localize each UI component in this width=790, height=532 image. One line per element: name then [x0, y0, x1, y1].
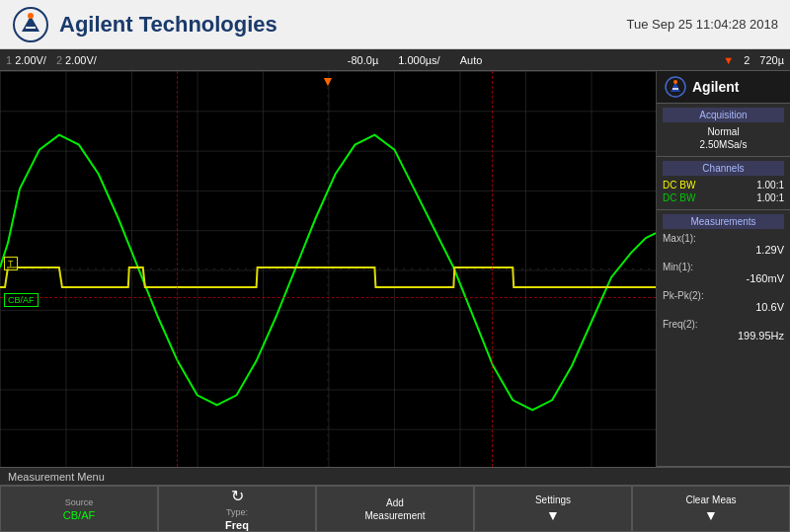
channel1-indicator: 1 2.00V/ — [6, 54, 46, 66]
meas-1-label: Min(1): — [663, 262, 784, 272]
settings-button[interactable]: Settings ▼ — [474, 487, 632, 532]
timebase-offset: -80.0µ — [348, 54, 378, 66]
channel1-row: DC BW 1.00:1 — [663, 180, 784, 190]
header: Agilent Technologies Tue Sep 25 11:04:28… — [0, 0, 790, 49]
app-title: Agilent Technologies — [59, 12, 627, 38]
trigger-position-marker: ▼ — [321, 73, 335, 89]
source-label: Source — [65, 497, 94, 507]
ch1-bw-label: DC BW — [663, 180, 695, 190]
agilent-logo-icon — [12, 6, 49, 43]
right-panel: Agilent Acquisition Normal 2.50MSa/s Cha… — [657, 71, 790, 467]
ch2-bw-label: DC BW — [663, 192, 695, 203]
ch1-voltage: 2.00V/ — [15, 54, 46, 66]
meas-2-label: Pk-Pk(2): — [663, 290, 784, 301]
acquisition-rate-value: 2.50MSa/s — [663, 139, 784, 150]
status-right: ▼ 2 720µ — [723, 54, 784, 66]
clear-measurements-button[interactable]: Clear Meas ▼ — [632, 487, 790, 532]
acquisition-section: Acquisition Normal 2.50MSa/s — [657, 104, 790, 157]
meas-3-value: 199.95Hz — [663, 330, 784, 342]
settings-label: Settings — [535, 494, 571, 505]
measurements-section-title: Measurements — [663, 214, 784, 229]
svg-point-8 — [673, 80, 677, 84]
measurement-menu-label: Measurement Menu — [0, 467, 790, 485]
ch-right: 2 — [744, 54, 750, 66]
measurements-section: Measurements Max(1): 1.29V Min(1): -160m… — [657, 210, 790, 467]
clear-arrow-icon: ▼ — [704, 507, 718, 523]
meas-row-1: Min(1): -160mV — [663, 262, 784, 284]
cursor-vertical-2 — [492, 71, 493, 467]
svg-point-1 — [28, 13, 34, 19]
channel1-scope-label: T — [4, 257, 18, 270]
channel2-row: DC BW 1.00:1 — [663, 192, 784, 203]
brand-name: Agilent — [692, 79, 739, 95]
meas-1-value: -160mV — [663, 272, 784, 284]
trigger-arrow-icon: ▼ — [723, 54, 734, 66]
channels-section-title: Channels — [663, 161, 784, 176]
timebase-scale: 1.000µs/ — [398, 54, 439, 66]
ch2-number: 2 — [56, 54, 62, 66]
datetime-display: Tue Sep 25 11:04:28 2018 — [627, 17, 778, 32]
ch1-number: 1 — [6, 54, 12, 66]
clear-label: Clear Meas — [685, 494, 736, 505]
settings-arrow-icon: ▼ — [546, 507, 560, 523]
add-measurement-button[interactable]: Add Measurement — [316, 487, 474, 532]
type-label: Type: — [226, 507, 248, 517]
agilent-small-logo-icon — [665, 76, 686, 98]
ch2-bw-value: 1.00:1 — [756, 192, 784, 203]
toolbar[interactable]: Source CB/AF ↻ Type: Freq Add Measuremen… — [0, 485, 790, 532]
right-panel-header: Agilent — [657, 71, 790, 104]
cursor-vertical-1 — [177, 71, 178, 467]
add-sublabel: Measurement — [364, 510, 425, 521]
meas-0-label: Max(1): — [663, 233, 784, 244]
voltage-right: 720µ — [759, 54, 784, 66]
meas-3-label: Freq(2): — [663, 319, 784, 330]
meas-0-value: 1.29V — [663, 244, 784, 256]
channel2-scope-label: CB/AF — [4, 293, 39, 307]
meas-row-2: Pk-Pk(2): 10.6V — [663, 290, 784, 313]
cursor-horizontal — [0, 297, 656, 298]
waveform-display — [0, 71, 656, 467]
acquisition-section-title: Acquisition — [663, 108, 784, 122]
oscilloscope-screen: T CB/AF ▼ — [0, 71, 657, 467]
type-button[interactable]: ↻ Type: Freq — [158, 487, 316, 532]
ch1-bw-value: 1.00:1 — [756, 180, 784, 190]
acquisition-mode-value: Normal — [663, 126, 784, 137]
add-label: Add — [386, 497, 404, 508]
status-center: -80.0µ 1.000µs/ Auto — [107, 54, 723, 66]
status-bar: 1 2.00V/ 2 2.00V/ -80.0µ 1.000µs/ Auto ▼… — [0, 49, 790, 71]
refresh-icon: ↻ — [231, 487, 244, 505]
meas-row-3: Freq(2): 199.95Hz — [663, 319, 784, 342]
source-value: CB/AF — [63, 509, 95, 521]
meas-2-value: 10.6V — [663, 301, 784, 313]
main-area: T CB/AF ▼ Agilent Acquisition Normal — [0, 71, 790, 467]
source-button[interactable]: Source CB/AF — [0, 487, 158, 532]
trigger-mode: Auto — [460, 54, 483, 66]
ch2-voltage: 2.00V/ — [65, 54, 97, 66]
meas-row-0: Max(1): 1.29V — [663, 233, 784, 256]
channels-section: Channels DC BW 1.00:1 DC BW 1.00:1 — [657, 157, 790, 210]
channel2-indicator: 2 2.00V/ — [56, 54, 97, 66]
type-value: Freq — [225, 519, 249, 531]
acquisition-rate-row: 2.50MSa/s — [663, 139, 784, 150]
acquisition-mode-row: Normal — [663, 126, 784, 137]
